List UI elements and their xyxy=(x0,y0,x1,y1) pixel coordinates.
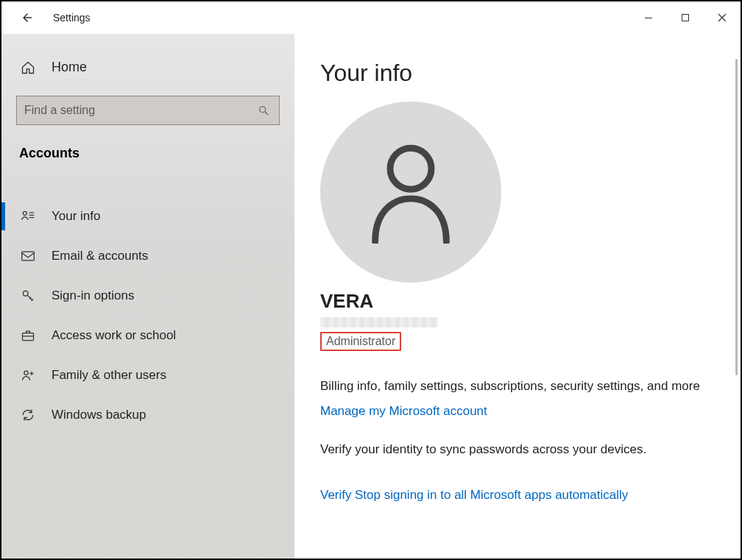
sidebar-item-email-accounts[interactable]: Email & accounts xyxy=(1,236,294,276)
maximize-icon xyxy=(681,13,690,22)
sidebar-item-label: Your info xyxy=(52,209,100,224)
scrollbar[interactable] xyxy=(735,59,738,375)
window-title: Settings xyxy=(53,12,91,24)
sidebar-item-label: Windows backup xyxy=(52,408,146,422)
avatar xyxy=(320,102,501,283)
sync-icon xyxy=(21,408,35,422)
svg-point-4 xyxy=(23,211,26,215)
home-icon xyxy=(21,60,35,75)
billing-description: Billing info, family settings, subscript… xyxy=(320,379,718,394)
svg-rect-8 xyxy=(22,252,35,260)
back-button[interactable] xyxy=(16,7,38,29)
user-role: Administrator xyxy=(320,332,401,351)
sidebar-item-family-users[interactable]: Family & other users xyxy=(1,355,294,395)
sidebar-item-signin-options[interactable]: Sign-in options xyxy=(1,276,294,316)
person-icon xyxy=(363,141,459,244)
verify-description: Verify your identity to sync passwords a… xyxy=(320,442,718,457)
sidebar: Home Accounts Your info Email & accounts xyxy=(1,34,294,559)
main-content: Your info VERA Administrator Billing inf… xyxy=(294,34,741,559)
your-info-icon xyxy=(21,209,35,224)
key-icon xyxy=(21,288,35,303)
user-name: VERA xyxy=(320,290,718,313)
mail-icon xyxy=(21,249,35,263)
manage-account-link[interactable]: Manage my Microsoft account xyxy=(320,404,487,419)
people-icon xyxy=(21,368,35,383)
briefcase-icon xyxy=(21,328,35,343)
stop-signin-link[interactable]: Stop signing in to all Microsoft apps au… xyxy=(355,488,628,503)
home-label: Home xyxy=(52,60,87,75)
svg-rect-10 xyxy=(23,333,34,341)
svg-point-9 xyxy=(23,291,28,296)
verify-link[interactable]: Verify xyxy=(320,488,352,503)
maximize-button[interactable] xyxy=(667,1,704,34)
sidebar-item-label: Family & other users xyxy=(52,368,166,383)
svg-point-2 xyxy=(260,107,266,113)
page-title: Your info xyxy=(320,60,718,87)
svg-point-12 xyxy=(24,371,28,375)
svg-rect-0 xyxy=(645,18,652,18)
minimize-icon xyxy=(644,13,653,22)
close-icon xyxy=(718,13,727,22)
home-nav[interactable]: Home xyxy=(16,34,280,90)
minimize-button[interactable] xyxy=(630,1,667,34)
svg-point-15 xyxy=(390,148,431,189)
svg-line-3 xyxy=(265,112,268,115)
sidebar-item-label: Sign-in options xyxy=(52,288,134,303)
sidebar-item-label: Access work or school xyxy=(52,328,176,343)
search-icon xyxy=(255,104,272,116)
search-box[interactable] xyxy=(16,96,280,125)
sidebar-item-label: Email & accounts xyxy=(52,249,148,263)
sidebar-item-work-school[interactable]: Access work or school xyxy=(1,316,294,355)
svg-rect-1 xyxy=(682,15,689,21)
user-email-redacted xyxy=(320,317,438,327)
close-button[interactable] xyxy=(704,1,741,34)
section-title: Accounts xyxy=(16,146,280,161)
sidebar-item-your-info[interactable]: Your info xyxy=(1,196,294,236)
search-input[interactable] xyxy=(24,104,255,117)
back-arrow-icon xyxy=(21,11,34,24)
sidebar-item-windows-backup[interactable]: Windows backup xyxy=(1,395,294,435)
